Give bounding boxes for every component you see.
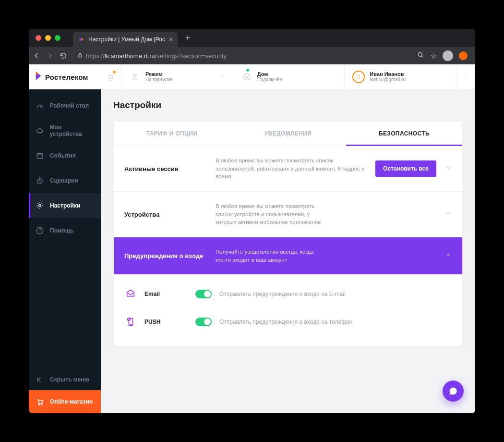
- home-status[interactable]: Дом Подключён: [233, 64, 345, 89]
- section-name: Предупреждения о входе: [124, 252, 206, 259]
- browser-tab[interactable]: Настройки | Умный Дом (Рос ×: [73, 32, 178, 47]
- sidebar-nav: Рабочий стол Мои устройства События Сцен…: [29, 89, 101, 369]
- alert-row-push: PUSH Отправлять предупреждения о входе н…: [124, 308, 452, 336]
- sidebar-collapse-label: Скрыть меню: [50, 376, 89, 383]
- close-window-button[interactable]: [36, 35, 41, 41]
- brand-logo[interactable]: Ростелеком: [29, 64, 101, 89]
- user-menu[interactable]: Иван Иванов ivanov@gmail.ru: [344, 64, 456, 89]
- mode-value: На прогулке: [145, 77, 172, 82]
- tab-label: БЕЗОПАСНОСТЬ: [379, 130, 430, 137]
- section-name: Активные сессии: [124, 165, 206, 172]
- notifications-button[interactable]: [101, 64, 121, 89]
- status-dot-icon: [246, 68, 250, 72]
- section-name: Устройства: [124, 211, 206, 218]
- zoom-icon[interactable]: [417, 51, 424, 61]
- sidebar-item-scenarios[interactable]: Сценарии: [29, 168, 101, 193]
- extension-button[interactable]: [459, 51, 468, 60]
- sidebar-item-dashboard[interactable]: Рабочий стол: [29, 93, 101, 118]
- avatar-icon: [352, 71, 365, 83]
- tab-security[interactable]: БЕЗОПАСНОСТЬ: [346, 122, 462, 146]
- mail-icon: [124, 289, 137, 299]
- logout-button[interactable]: [456, 64, 475, 89]
- section-desc: Получайте уведомления всегда, когда кто-…: [216, 248, 321, 264]
- sidebar-item-events[interactable]: События: [29, 143, 101, 168]
- home-title: Дом: [257, 71, 282, 77]
- tab-strip: Настройки | Умный Дом (Рос × +: [29, 29, 475, 47]
- cloud-icon: [36, 126, 44, 135]
- svg-point-10: [358, 74, 360, 77]
- browser-toolbar: https://lk.smarthome.rt.ru/settings?sect…: [29, 47, 475, 64]
- tab-label: УВЕДОМЛЕНИЯ: [264, 130, 312, 137]
- reload-button[interactable]: [60, 52, 67, 60]
- topbar: Режим На прогулке Дом Подключён: [101, 64, 475, 89]
- cart-icon: [36, 397, 44, 406]
- gear-icon: [36, 201, 44, 210]
- svg-rect-0: [78, 55, 82, 57]
- window-controls: [29, 35, 67, 41]
- lock-icon: [77, 52, 83, 60]
- help-icon: [36, 226, 44, 235]
- svg-point-7: [41, 404, 42, 405]
- minimize-window-button[interactable]: [45, 35, 51, 41]
- tab-title: Настройки | Умный Дом (Рос: [88, 36, 165, 43]
- svg-point-8: [133, 74, 136, 77]
- forward-button[interactable]: [46, 52, 54, 60]
- address-bar[interactable]: https://lk.smarthome.rt.ru/settings?sect…: [73, 49, 411, 62]
- section-devices[interactable]: Устройства В любое время вы можете посмо…: [114, 192, 462, 237]
- user-icon: [129, 71, 141, 83]
- svg-point-6: [38, 404, 39, 405]
- home-icon: [241, 71, 252, 83]
- maximize-window-button[interactable]: [55, 35, 60, 41]
- sidebar-collapse-button[interactable]: Скрыть меню: [29, 369, 101, 390]
- profile-avatar-button[interactable]: [443, 50, 453, 61]
- tab-notifications[interactable]: УВЕДОМЛЕНИЯ: [230, 122, 346, 146]
- user-email: ivanov@gmail.ru: [370, 77, 406, 82]
- chevron-down-icon: [219, 73, 225, 81]
- section-active-sessions[interactable]: Активные сессии В любое время вы можете …: [114, 146, 462, 192]
- tab-label: ТАРИФ И ОПЦИИ: [146, 130, 198, 137]
- back-button[interactable]: [33, 52, 40, 60]
- page: Настройки ТАРИФ И ОПЦИИ УВЕДОМЛЕНИЯ БЕЗО…: [101, 89, 475, 413]
- sidebar-item-devices[interactable]: Мои устройства: [29, 118, 101, 143]
- brand-name: Ростелеком: [45, 73, 88, 81]
- sidebar-shop-label: Online-магазин: [50, 398, 93, 405]
- stop-all-button[interactable]: Остановить все: [375, 160, 436, 177]
- section-login-alerts[interactable]: Предупреждения о входе Получайте уведомл…: [114, 237, 462, 274]
- alert-label: Email: [144, 291, 188, 297]
- brand-icon: [35, 71, 42, 83]
- button-label: Остановить все: [383, 165, 429, 172]
- chat-icon: [448, 386, 458, 396]
- bell-icon: [107, 71, 115, 83]
- sidebar-item-help[interactable]: Помощь: [29, 218, 101, 243]
- favicon-icon: [78, 36, 84, 43]
- mode-title: Режим: [145, 71, 172, 77]
- sidebar-shop-button[interactable]: Online-магазин: [29, 390, 101, 413]
- bookmark-star-icon[interactable]: ☆: [430, 51, 437, 61]
- logout-icon: [464, 73, 468, 81]
- svg-point-12: [131, 324, 131, 325]
- page-title: Настройки: [113, 100, 463, 110]
- sidebar-bottom: Скрыть меню Online-магазин: [29, 369, 101, 413]
- sidebar-item-label: Сценарии: [50, 177, 78, 184]
- gauge-icon: [36, 101, 44, 110]
- new-tab-button[interactable]: +: [185, 33, 191, 43]
- settings-panel: ТАРИФ И ОПЦИИ УВЕДОМЛЕНИЯ БЕЗОПАСНОСТЬ А…: [113, 121, 463, 347]
- toggle-email-alerts[interactable]: [195, 290, 212, 298]
- tab-close-button[interactable]: ×: [169, 36, 173, 43]
- alert-desc: Отправлять предупреждения о входе на E-m…: [219, 291, 346, 297]
- sidebar-item-label: Мои устройства: [49, 124, 94, 137]
- svg-point-4: [39, 205, 41, 207]
- collapse-icon: [36, 375, 44, 384]
- chat-fab-button[interactable]: [443, 381, 464, 402]
- tab-tariff[interactable]: ТАРИФ И ОПЦИИ: [114, 122, 230, 146]
- alert-row-email: Email Отправлять предупреждения о входе …: [124, 280, 452, 308]
- svg-point-1: [418, 52, 422, 56]
- calendar-icon: [36, 151, 44, 160]
- toggle-push-alerts[interactable]: [195, 318, 212, 326]
- mode-selector[interactable]: Режим На прогулке: [121, 64, 233, 89]
- alert-label: PUSH: [144, 319, 188, 325]
- chevron-up-icon: [445, 252, 452, 260]
- login-alerts-expanded: Email Отправлять предупреждения о входе …: [114, 274, 462, 346]
- svg-rect-2: [37, 154, 43, 159]
- sidebar-item-settings[interactable]: Настройки: [29, 193, 101, 218]
